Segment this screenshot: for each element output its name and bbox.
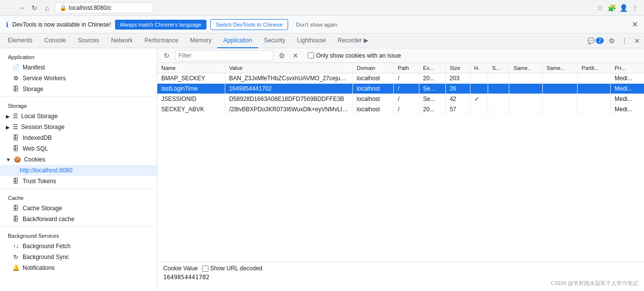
sidebar-item-storage[interactable]: 🗄 Storage (0, 84, 157, 95)
service-workers-label: Service Workers (23, 75, 66, 82)
forward-button[interactable]: → (17, 3, 27, 13)
table-cell: Medi... (611, 104, 644, 115)
address-bar[interactable]: 🔒 localhost:8080/c (55, 2, 153, 13)
switch-language-button[interactable]: Switch DevTools to Chinese (210, 19, 288, 30)
col-path[interactable]: Path (394, 63, 419, 73)
sidebar-group-session-storage[interactable]: ▶ ☰ Session Storage (0, 122, 157, 132)
sidebar-item-trust-tokens[interactable]: 🗄 Trust Tokens (0, 176, 157, 187)
col-size[interactable]: Size (445, 63, 470, 73)
col-samesite2[interactable]: Same... (542, 63, 577, 73)
trust-tokens-icon: 🗄 (12, 177, 20, 185)
extensions-button[interactable]: 🧩 (607, 3, 616, 13)
settings-button[interactable]: ⚙ (607, 36, 616, 46)
session-storage-icon: ☰ (13, 124, 18, 130)
chat-button[interactable]: 💬 2 (587, 37, 604, 44)
sidebar-section-storage: Storage (0, 99, 157, 111)
col-httponly[interactable]: H. (470, 63, 488, 73)
table-cell: Se... (419, 84, 445, 94)
tab-console[interactable]: Console (38, 33, 72, 48)
table-cell: SECKEY_ABVK (157, 104, 225, 115)
bookmark-button[interactable]: ☆ (595, 3, 605, 13)
col-name[interactable]: Name (157, 63, 225, 73)
sidebar-item-websql[interactable]: 🗄 Web SQL (0, 143, 157, 154)
show-url-decoded-option[interactable]: Show URL decoded (202, 265, 263, 272)
close-devtools-button[interactable]: ✕ (632, 36, 642, 46)
more-tools-button[interactable]: ⋮ (619, 36, 629, 46)
table-header: Name Value Domain Path Ex... Size H. S..… (157, 63, 644, 73)
storage-icon: 🗄 (12, 85, 20, 93)
table-cell (470, 104, 488, 115)
sidebar-group-cookies[interactable]: ▼ 🍪 Cookies (0, 154, 157, 165)
table-cell: / (394, 94, 419, 104)
cookies-label: Cookies (24, 156, 45, 163)
table-cell: / (394, 84, 419, 94)
back-button[interactable]: ← (4, 3, 14, 13)
info-icon: ℹ (6, 21, 8, 29)
refresh-table-button[interactable]: ↻ (161, 50, 172, 61)
cookies-issue-checkbox[interactable] (308, 52, 314, 59)
tab-memory[interactable]: Memory (184, 33, 217, 48)
table-row[interactable]: lastLoginTime1649854441702localhost/Se..… (157, 84, 644, 94)
tab-application[interactable]: Application (217, 33, 258, 48)
tab-sources[interactable]: Sources (72, 33, 105, 48)
col-domain[interactable]: Domain (352, 63, 394, 73)
cookies-issue-label: Only show cookies with an issue (316, 52, 401, 59)
manifest-label: Manifest (23, 64, 45, 71)
table-cell (577, 84, 610, 94)
bg-fetch-label: Background Fetch (23, 243, 70, 250)
profile-button[interactable]: 👤 (618, 3, 628, 13)
sidebar-item-bg-fetch[interactable]: ↑↓ Background Fetch (0, 241, 157, 252)
tab-elements[interactable]: Elements (2, 33, 38, 48)
col-value[interactable]: Value (225, 63, 352, 73)
sidebar-item-notifications[interactable]: 🔔 Notifications (0, 262, 157, 273)
home-button[interactable]: ⌂ (42, 3, 52, 13)
sidebar-item-manifest[interactable]: 📄 Manifest (0, 62, 157, 73)
table-row[interactable]: JSESSIONIDD58928D1663A08E18DFD7569BDDFFE… (157, 94, 644, 104)
col-secure[interactable]: S... (488, 63, 509, 73)
tab-network[interactable]: Network (105, 33, 139, 48)
table-row[interactable]: BMAP_SECKEYBAN_Z3JxMfeTHbZCsvxhUAVMO_27c… (157, 73, 644, 84)
sidebar-item-indexeddb[interactable]: 🗄 IndexedDB (0, 132, 157, 143)
sidebar-item-cache-storage[interactable]: 🗄 Cache Storage (0, 203, 157, 214)
col-expires[interactable]: Ex... (419, 63, 445, 73)
browser-top-bar: ← → ↻ ⌂ 🔒 localhost:8080/c ☆ 🧩 👤 ⋮ (0, 0, 644, 16)
dismiss-banner-button[interactable]: Don't show again (292, 20, 341, 30)
cache-storage-icon: 🗄 (12, 204, 20, 212)
table-cell (509, 104, 542, 115)
reload-button[interactable]: ↻ (29, 3, 39, 13)
tab-lighthouse[interactable]: Lighthouse (291, 33, 332, 48)
bg-sync-label: Background Sync (23, 254, 69, 260)
show-url-decoded-checkbox[interactable] (202, 265, 208, 272)
match-language-button[interactable]: Always match Chrome's language (115, 20, 206, 30)
col-samesite1[interactable]: Same.. (509, 63, 542, 73)
filter-input[interactable] (175, 50, 273, 61)
table-cell: ✓ (470, 94, 488, 104)
tab-security[interactable]: Security (258, 33, 291, 48)
sidebar-item-service-workers[interactable]: ⚙ Service Workers (0, 73, 157, 84)
tab-performance[interactable]: Performance (139, 33, 184, 48)
cookies-issue-option[interactable]: Only show cookies with an issue (308, 52, 401, 59)
sidebar-item-cookies-localhost[interactable]: http://localhost:8080 (0, 165, 157, 176)
menu-button[interactable]: ⋮ (630, 3, 640, 13)
tab-recorder[interactable]: Recorder ▶ (332, 33, 374, 48)
col-priority[interactable]: Pri... (611, 63, 644, 73)
clear-filter-button[interactable]: ✕ (290, 50, 301, 61)
table-cell: 26 (445, 84, 470, 94)
table-cell: localhost (352, 94, 394, 104)
expand-arrow-icon: ▶ (6, 114, 10, 119)
sidebar-item-bg-sync[interactable]: ↻ Background Sync (0, 252, 157, 262)
sidebar-item-backforward-cache[interactable]: 🗄 Back/forward cache (0, 214, 157, 225)
content-area: ↻ ⚙ ✕ Only show cookies with an issue Na… (157, 48, 644, 291)
close-banner-button[interactable]: ✕ (632, 20, 638, 29)
col-partition[interactable]: Partit... (577, 63, 610, 73)
table-cell: 57 (445, 104, 470, 115)
table-cell: Medi... (611, 84, 644, 94)
expand-arrow-cookies-icon: ▼ (6, 157, 11, 162)
filter-options-button[interactable]: ⚙ (276, 50, 287, 61)
sidebar-group-local-storage[interactable]: ▶ ☰ Local Storage (0, 111, 157, 122)
bg-fetch-icon: ↑↓ (12, 242, 20, 250)
table-cell: Medi... (611, 94, 644, 104)
divider-2 (0, 189, 157, 189)
bg-sync-icon: ↻ (12, 253, 20, 261)
table-row[interactable]: SECKEY_ABVK/28tvBBXPDo3KR073I6WuxDlk+eyV… (157, 104, 644, 115)
